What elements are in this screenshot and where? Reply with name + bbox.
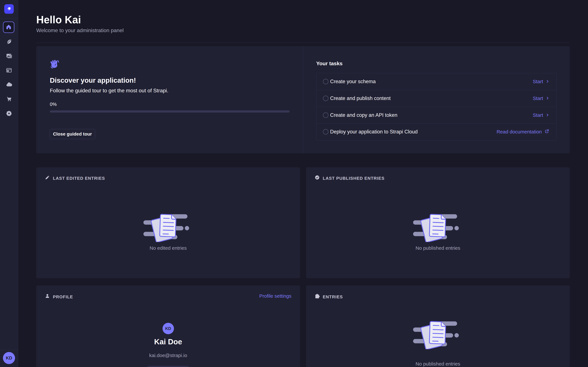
- profile-email: kai.doe@strapi.io: [36, 353, 300, 358]
- page-title: Hello Kai: [36, 14, 81, 26]
- task-row-deploy-cloud: Deploy your application to Strapi Cloud …: [316, 124, 556, 140]
- widget-title: ENTRIES: [323, 294, 343, 300]
- sidebar-item-content-manager[interactable]: [6, 39, 12, 45]
- sidebar-item-marketplace[interactable]: [6, 96, 12, 103]
- guided-tour-progress-bar: [50, 110, 290, 113]
- person-icon: [45, 293, 50, 299]
- tasks-list: Create your schema Start Create and publ…: [316, 73, 557, 141]
- cloud-icon: [6, 81, 12, 89]
- check-circle-icon: [314, 175, 320, 180]
- empty-documents-illustration: [412, 317, 463, 349]
- guided-tour-progress-label: 0%: [50, 102, 57, 107]
- sidebar-item-media-library[interactable]: [6, 53, 12, 59]
- task-status-circle-icon: [323, 96, 329, 101]
- entries-card: ENTRIES: [306, 285, 570, 367]
- task-row-publish-content: Create and publish content Start: [316, 90, 556, 107]
- header-divider: [36, 42, 570, 43]
- last-published-entries-card: LAST PUBLISHED ENTRIES: [306, 167, 570, 278]
- your-tasks-title: Your tasks: [316, 60, 343, 67]
- sidebar-divider-top: [0, 18, 18, 18]
- gear-icon: [6, 110, 12, 117]
- empty-state-text: No published entries: [306, 245, 570, 251]
- empty-state-text: No published entries: [306, 361, 570, 367]
- empty-documents-illustration: [143, 210, 194, 242]
- profile-avatar: KD: [163, 323, 174, 334]
- task-status-circle-icon: [323, 129, 329, 134]
- task-start-link[interactable]: Start: [533, 79, 549, 84]
- widget-title: LAST EDITED ENTRIES: [53, 176, 105, 181]
- task-label: Create and copy an API token: [330, 112, 398, 118]
- guided-tour-subtitle: Follow the guided tour to get the most o…: [50, 88, 168, 94]
- layout-icon: [6, 67, 12, 74]
- task-row-create-schema: Create your schema Start: [316, 73, 556, 90]
- guided-tour-card: Discover your application! Follow the gu…: [36, 46, 570, 153]
- user-avatar[interactable]: KD: [3, 352, 15, 364]
- widget-title: LAST PUBLISHED ENTRIES: [323, 176, 384, 181]
- sidebar: KD: [0, 0, 18, 367]
- sidebar-item-home[interactable]: [3, 22, 14, 33]
- task-label: Create and publish content: [330, 95, 391, 101]
- guided-tour-title: Discover your application!: [50, 76, 136, 84]
- profile-settings-link[interactable]: Profile settings: [259, 293, 291, 299]
- strapi-logo-icon: [6, 6, 12, 12]
- task-status-circle-icon: [323, 112, 329, 118]
- puzzle-icon: [314, 293, 320, 299]
- feather-icon: [6, 39, 12, 46]
- last-edited-entries-card: LAST EDITED ENTRIES: [36, 167, 300, 278]
- images-icon: [6, 53, 12, 60]
- task-status-circle-icon: [323, 79, 329, 84]
- profile-card: PROFILE Profile settings KD Kai Doe kai.…: [36, 285, 300, 367]
- strapi-admin-dashboard: KD Hello Kai Welcome to your administrat…: [0, 0, 588, 367]
- empty-documents-illustration: [412, 210, 463, 242]
- empty-state-text: No edited entries: [36, 245, 300, 251]
- chevron-right-icon: [546, 112, 549, 118]
- task-label: Deploy your application to Strapi Cloud: [330, 129, 418, 135]
- cart-icon: [6, 96, 12, 103]
- chevron-right-icon: [546, 79, 549, 84]
- sidebar-item-content-type-builder[interactable]: [6, 67, 12, 74]
- task-row-api-token: Create and copy an API token Start: [316, 107, 556, 124]
- task-start-link[interactable]: Start: [533, 112, 549, 118]
- read-documentation-link[interactable]: Read documentation: [497, 129, 549, 135]
- widget-title: PROFILE: [53, 294, 73, 300]
- strapi-logo[interactable]: [4, 4, 14, 14]
- pencil-icon: [45, 175, 50, 180]
- page-subtitle: Welcome to your administration panel: [36, 27, 124, 33]
- task-label: Create your schema: [330, 79, 376, 84]
- home-icon: [6, 24, 12, 31]
- external-link-icon: [545, 129, 549, 135]
- sidebar-item-cloud[interactable]: [6, 82, 12, 88]
- waving-hand-icon: [50, 59, 60, 69]
- profile-name: Kai Doe: [36, 337, 300, 346]
- task-start-link[interactable]: Start: [533, 96, 549, 101]
- profile-role-badge-partial: [147, 366, 189, 367]
- close-guided-tour-button[interactable]: Close guided tour: [50, 129, 95, 139]
- sidebar-item-settings[interactable]: [6, 110, 12, 117]
- chevron-right-icon: [546, 96, 549, 101]
